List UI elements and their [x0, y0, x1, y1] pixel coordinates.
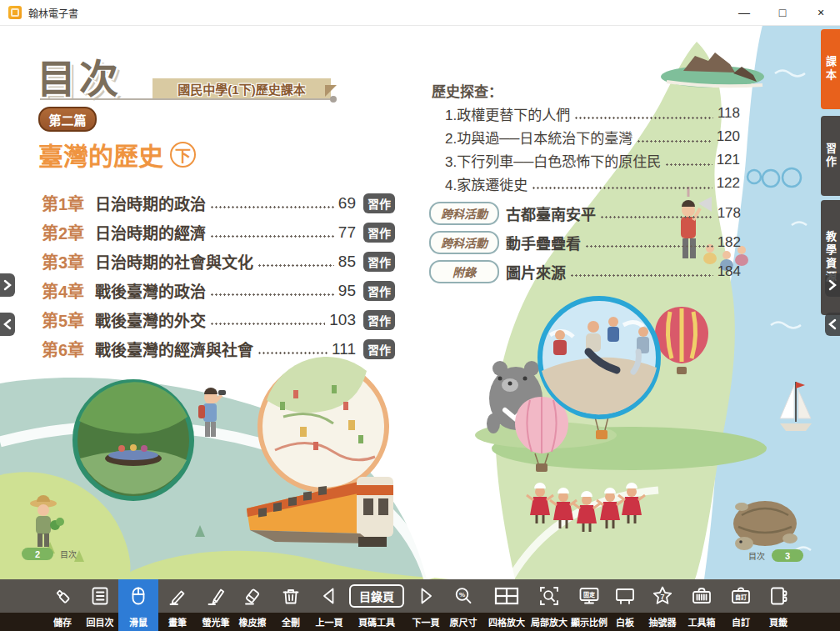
explore-title: 3.下行列車──白色恐怖下的原住民 [445, 150, 661, 171]
left-edge-prev-button[interactable] [0, 313, 15, 336]
appendix-badge: 附錄 [429, 260, 499, 283]
chapter-list: 第1章 日治時期的政治 69 習作 第2章 日治時期的經濟 77 習作 第3章 … [42, 188, 395, 363]
explore-row-2[interactable]: 2.功與過──日本統治下的臺灣 120 [445, 125, 740, 148]
dotted-leader [258, 352, 328, 354]
trash-icon [280, 579, 302, 613]
chapter-row-5[interactable]: 第5章 戰後臺灣的外交 103 習作 [42, 305, 395, 334]
activity-row-3[interactable]: 附錄 圖片來源 184 [429, 257, 741, 286]
explore-row-4[interactable]: 4.家族遷徙史 122 [445, 172, 740, 195]
dotted-leader [585, 245, 713, 248]
activity-badge: 跨科活動 [429, 231, 499, 254]
toolbar-label: 儲存 [53, 613, 72, 631]
dotted-leader [258, 264, 334, 267]
page-number-pill: 2 [22, 548, 53, 560]
chapter-number: 第6章 [42, 337, 95, 361]
toolbar-label: 四格放大 [488, 613, 525, 631]
workbook-badge[interactable]: 習作 [363, 223, 395, 243]
explore-section-header: 歷史探查： [432, 80, 502, 101]
svg-text:自訂: 自訂 [735, 593, 747, 601]
toolbar-number-picker-button[interactable]: 7 抽號器 [643, 579, 682, 631]
explore-page-number: 122 [717, 175, 740, 192]
page-footer-label: 目次 [60, 548, 77, 560]
toolbar-toolbox-button[interactable]: 工具箱 [682, 579, 721, 631]
toolbar-label: 頁籤 [769, 613, 788, 631]
explore-title: 4.家族遷徙史 [445, 173, 528, 194]
explore-title: 2.功與過──日本統治下的臺灣 [445, 127, 632, 148]
toolbar-prev-page-button[interactable]: 上一頁 [310, 579, 348, 631]
sidebar-tab-textbook[interactable]: 課本 [821, 29, 840, 109]
dotted-leader [600, 216, 713, 218]
dotted-leader [570, 274, 713, 277]
chapter-row-3[interactable]: 第3章 日治時期的社會與文化 85 習作 [42, 247, 395, 276]
mouse-icon [128, 579, 149, 613]
workbook-badge[interactable]: 習作 [363, 310, 395, 330]
toolbar-original-size-button[interactable]: % 原尺寸 [440, 579, 487, 631]
whiteboard-icon [614, 579, 636, 613]
toolbar-whiteboard-button[interactable]: 白板 [606, 579, 644, 631]
toolbar-delete-all-button[interactable]: 全刪 [272, 579, 310, 631]
section-title-text: 臺灣的歷史 [38, 136, 163, 173]
chapter-title: 日治時期的政治 [95, 192, 206, 214]
chapter-number: 第1章 [42, 191, 95, 215]
chapter-title: 日治時期的社會與文化 [95, 250, 253, 273]
minimize-button[interactable]: — [725, 0, 763, 25]
toolbar-custom-button[interactable]: 自訂 自訂 [722, 579, 760, 631]
workbook-badge[interactable]: 習作 [363, 193, 395, 213]
right-edge-next-button[interactable] [825, 273, 840, 297]
toolbar-mouse-button[interactable]: 滑鼠 [118, 579, 158, 631]
svg-text:固定: 固定 [583, 591, 595, 598]
activity-list: 跨科活動 古都臺南安平 178 跨科活動 動手疊疊看 182 附錄 圖片來源 1… [429, 198, 741, 286]
left-edge-next-button[interactable] [0, 273, 15, 297]
chapter-row-4[interactable]: 第4章 戰後臺灣的政治 95 習作 [42, 276, 395, 305]
chapter-row-1[interactable]: 第1章 日治時期的政治 69 習作 [42, 188, 395, 218]
triangle-right-icon [415, 579, 437, 613]
maximize-button[interactable]: □ [763, 0, 802, 25]
right-edge-prev-button[interactable] [825, 313, 840, 336]
edition-banner: 國民中學(1下)歷史課本 [152, 78, 331, 99]
page-number-pill: 3 [772, 549, 803, 562]
workbook-badge[interactable]: 習作 [363, 281, 395, 301]
right-page-footer: 目次 3 [748, 549, 803, 562]
toc-page-button[interactable]: 目錄頁 [349, 584, 404, 608]
activity-row-1[interactable]: 跨科活動 古都臺南安平 178 [429, 198, 741, 228]
explore-row-1[interactable]: 1.政權更替下的人們 118 [445, 102, 740, 125]
page-footer-label: 目次 [748, 549, 765, 562]
book-spread: 目次 國民中學(1下)歷史課本 第二篇 臺灣的歷史 下 第1章 日治時期的政治 … [0, 25, 840, 579]
toolbar-page-tool-button[interactable]: 目錄頁 頁碼工具 [345, 579, 408, 631]
sidebar-tab-teaching-resources[interactable]: 教學資源 [821, 200, 840, 315]
workbook-badge[interactable]: 習作 [363, 339, 395, 359]
activity-title: 圖片來源 [506, 261, 566, 283]
chapter-number: 第3章 [42, 249, 95, 273]
explore-list: 1.政權更替下的人們 118 2.功與過──日本統治下的臺灣 120 3.下行列… [445, 102, 740, 195]
chapter-row-6[interactable]: 第6章 戰後臺灣的經濟與社會 111 習作 [42, 334, 395, 363]
window-titlebar: 翰林電子書 — □ × [0, 0, 840, 26]
toolbar-label: 工具箱 [688, 613, 716, 631]
activity-page-number: 184 [718, 263, 741, 280]
toolbox-icon [691, 579, 712, 613]
toolbar-label: 畫筆 [168, 613, 187, 631]
chapter-row-2[interactable]: 第2章 日治時期的經濟 77 習作 [42, 218, 395, 247]
workbook-badge[interactable]: 習作 [363, 252, 395, 272]
chevron-right-icon [828, 279, 837, 291]
chapter-page-number: 95 [338, 282, 356, 300]
chevron-left-icon [828, 318, 837, 330]
dotted-leader [210, 323, 325, 325]
activity-row-2[interactable]: 跨科活動 動手疊疊看 182 [429, 228, 741, 257]
activity-title: 古都臺南安平 [506, 203, 596, 224]
toolbar-back-to-toc-button[interactable]: 回目次 [76, 579, 124, 631]
dotted-leader [637, 140, 712, 143]
triangle-left-icon [318, 579, 340, 613]
explore-page-number: 121 [717, 152, 740, 168]
toolbar-four-grid-zoom-button[interactable]: 四格放大 [482, 579, 531, 631]
chapter-title: 戰後臺灣的經濟與社會 [95, 338, 253, 360]
toolbar-page-tabs-button[interactable]: 頁籤 [759, 579, 798, 631]
bottom-toolbar: 儲存 回目次 滑鼠 畫筆 螢光筆 橡皮擦 全刪 [0, 579, 840, 631]
close-button[interactable]: × [802, 0, 840, 25]
sidebar-tab-workbook[interactable]: 習作 [821, 116, 840, 196]
toolbar-eraser-button[interactable]: 橡皮擦 [228, 579, 277, 631]
four-grid-icon [494, 579, 519, 613]
section-title: 臺灣的歷史 下 [38, 136, 196, 173]
chapter-page-number: 103 [329, 311, 356, 329]
toolbar-label: 抽號器 [649, 613, 677, 631]
explore-row-3[interactable]: 3.下行列車──白色恐怖下的原住民 121 [445, 148, 740, 172]
